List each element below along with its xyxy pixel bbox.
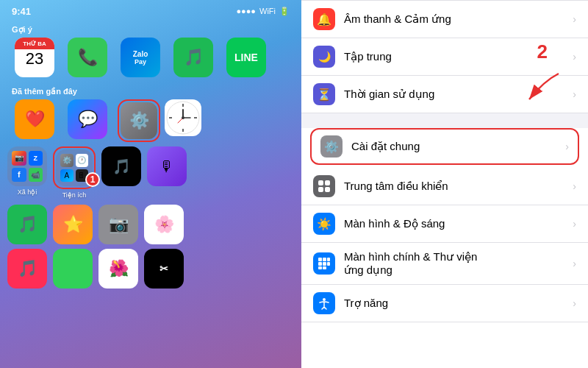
social-tienich-section: 📷 Z f 📹 Xã hội ⚙️ 🕐 A 🎚 Tiện íc <box>0 146 301 289</box>
svg-rect-19 <box>323 262 326 266</box>
spotify-app[interactable]: 🎵 <box>171 38 216 79</box>
svg-rect-15 <box>318 258 322 261</box>
svg-rect-18 <box>318 262 322 266</box>
google-photos-icon: 🌺 <box>98 249 138 289</box>
svg-point-23 <box>323 298 326 301</box>
xa-hoi-group: 📷 Z f 📹 Xã hội <box>7 146 47 199</box>
clock-app[interactable] <box>165 99 201 142</box>
settings-group-2: ⚙️ Cài đặt chung › Trung tâm điều k <box>301 128 588 322</box>
messenger-icon: 💬 <box>68 99 107 139</box>
settings-item-accessibility[interactable]: Trợ năng › <box>301 285 588 322</box>
settings-item-control[interactable]: Trung tâm điều khiển › <box>301 168 588 205</box>
left-panel: 9:41 ●●●● WiFi 🔋 Gợi ý THỨ BA 23 📞 <box>0 0 301 368</box>
svg-rect-14 <box>325 187 330 192</box>
display-label: Màn hình & Độ sáng <box>344 216 573 231</box>
star-icon: ⭐ <box>53 205 93 244</box>
settings-icon[interactable]: ⚙️ <box>121 102 157 139</box>
svg-rect-16 <box>323 258 326 261</box>
svg-rect-11 <box>318 180 323 185</box>
phone-app[interactable]: 📞 <box>65 38 110 79</box>
display-icon: ☀️ <box>313 213 335 235</box>
screentime-icon: ⏳ <box>313 83 335 105</box>
recent-section: Đã thêm gần đây ❤️ 💬 ⚙️ <box>0 84 301 142</box>
status-icons: ●●●● WiFi 🔋 <box>236 7 290 16</box>
settings-item-general[interactable]: ⚙️ Cài đặt chung › <box>310 128 579 165</box>
homescreen-chevron: › <box>573 258 576 269</box>
battery-icon: 🔋 <box>279 7 290 16</box>
suggested-app-row: THỨ BA 23 📞 Zalo Pay 🎵 <box>0 38 301 79</box>
badge-1: 1 <box>85 172 100 187</box>
music-icon: 🎵 <box>7 249 47 289</box>
wifi-icon: WiFi <box>259 7 276 15</box>
tiktok-app[interactable]: 🎵 <box>101 146 141 199</box>
zalopay-icon: Zalo Pay <box>121 38 160 77</box>
homescreen-icon <box>313 252 335 275</box>
settings-item-display[interactable]: ☀️ Màn hình & Độ sáng › <box>301 205 588 243</box>
homescreen-svg <box>318 257 331 270</box>
podcasts-app[interactable]: 🎙 <box>147 146 187 199</box>
annotation-arrow-2 <box>514 66 573 110</box>
sound-label: Âm thanh & Cảm ứng <box>344 12 573 26</box>
camera-app[interactable]: 📷 <box>98 205 138 244</box>
zalopay-app[interactable]: Zalo Pay <box>118 38 163 79</box>
suggested-section: Gợi ý THỨ BA 23 📞 Zalo <box>0 22 301 79</box>
accessibility-svg <box>318 297 331 310</box>
appstore-mini: A <box>60 169 74 183</box>
line-icon: LINE <box>226 38 266 77</box>
photos-app[interactable]: 🌸 <box>144 205 184 244</box>
favorites-app[interactable]: ❤️ <box>12 99 57 142</box>
settings-item-sound[interactable]: 🔔 Âm thanh & Cảm ứng › <box>301 0 588 38</box>
messenger-app[interactable]: 💬 <box>65 99 110 142</box>
recent-label: Đã thêm gần đây <box>0 84 301 99</box>
svg-rect-17 <box>327 258 330 261</box>
camera-icon: 📷 <box>98 205 138 244</box>
spotify2-icon: 🎵 <box>7 205 47 244</box>
general-chevron: › <box>565 141 569 152</box>
control-icon <box>313 175 335 197</box>
star-app[interactable]: ⭐ <box>53 205 93 244</box>
accessibility-label: Trợ năng <box>344 296 573 311</box>
facetime-mini: 📹 <box>29 168 43 183</box>
status-time: 9:41 <box>12 6 31 17</box>
green-icon <box>53 249 93 289</box>
tien-ich-label: Tiện ích <box>62 191 87 199</box>
spotify2-app[interactable]: 🎵 <box>7 205 47 244</box>
right-wrapper: 2 🔔 Âm thanh & Cảm ứng › 🌙 Tập tr <box>301 0 588 368</box>
homescreen-label: Màn hình chính & Thư việnứng dụng <box>344 250 573 277</box>
zalo-mini: Z <box>29 151 43 166</box>
display-chevron: › <box>573 218 576 230</box>
tien-ich-group: ⚙️ 🕐 A 🎚 Tiện ích 1 <box>53 146 96 199</box>
capcut-app[interactable]: ✂ <box>144 249 184 289</box>
cal-date: 23 <box>26 51 43 67</box>
recent-app-row: ❤️ 💬 ⚙️ <box>0 99 301 142</box>
google-photos-app[interactable]: 🌺 <box>98 249 138 289</box>
podcasts-icon: 🎙 <box>147 146 187 186</box>
green-app[interactable] <box>53 249 93 289</box>
cal-header: THỨ BA <box>15 38 54 49</box>
xa-hoi-label: Xã hội <box>18 188 37 196</box>
line-app[interactable]: LINE <box>223 38 269 79</box>
tien-ich-folder: ⚙️ <box>118 99 201 142</box>
phone-icon: 📞 <box>68 38 107 77</box>
general-icon: ⚙️ <box>320 135 343 158</box>
suggested-label: Gợi ý <box>0 22 301 38</box>
tiktok-icon: 🎵 <box>101 146 141 186</box>
settings-outline: ⚙️ <box>118 99 160 142</box>
control-chevron: › <box>573 180 576 192</box>
focus-icon: 🌙 <box>313 46 335 68</box>
screentime-chevron: › <box>573 88 576 100</box>
svg-rect-13 <box>318 187 323 192</box>
accessibility-icon <box>313 292 335 314</box>
general-label: Cài đặt chung <box>351 139 565 154</box>
xa-hoi-folder-icon[interactable]: 📷 Z f 📹 <box>7 146 47 186</box>
instagram-mini: 📷 <box>12 151 26 166</box>
favorites-icon: ❤️ <box>15 99 54 139</box>
cal-month: THỨ BA <box>23 40 46 47</box>
svg-rect-21 <box>318 266 322 269</box>
music-app[interactable]: 🎵 <box>7 249 47 289</box>
settings-mini: ⚙️ <box>60 154 74 167</box>
svg-rect-20 <box>327 262 330 266</box>
calendar-app[interactable]: THỨ BA 23 <box>12 38 57 79</box>
settings-item-homescreen[interactable]: Màn hình chính & Thư việnứng dụng › <box>301 243 588 285</box>
clock-mini: 🕐 <box>76 154 89 167</box>
